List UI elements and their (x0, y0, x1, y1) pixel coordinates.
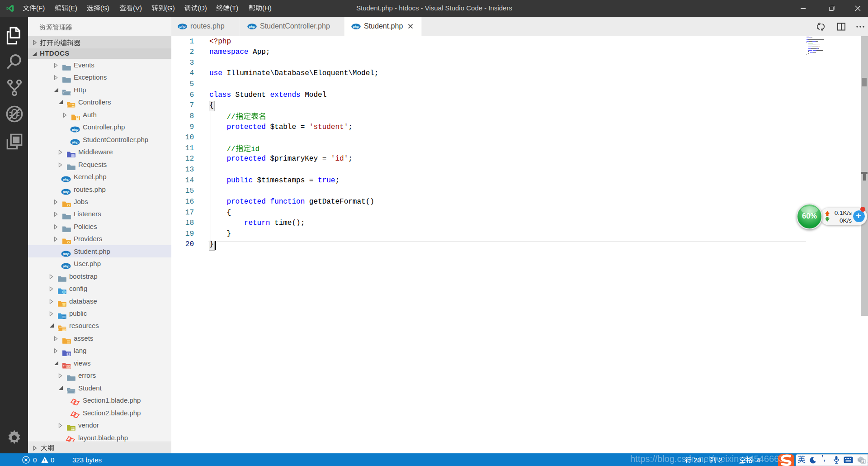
svg-text:2: 2 (863, 460, 864, 463)
